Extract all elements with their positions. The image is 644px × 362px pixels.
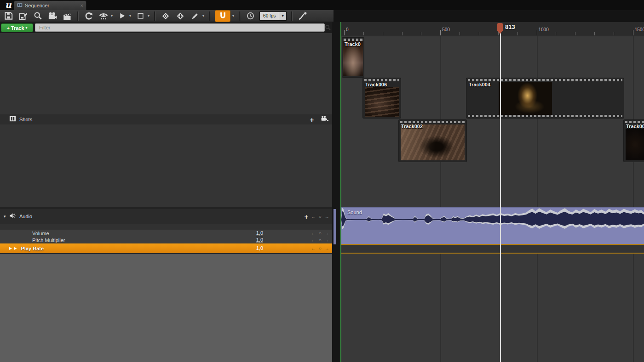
property-row-play-rate[interactable]: ▶ ▶Play Rate1,0← ○ → [0, 243, 332, 253]
add-audio-section-button[interactable]: + [302, 213, 311, 221]
ruler-tick [421, 32, 421, 35]
add-camera-button[interactable] [316, 115, 332, 124]
ruler-tick [402, 32, 402, 35]
film-holes-top [468, 79, 622, 81]
toolbar-separator [239, 11, 240, 21]
timeline-area[interactable]: 050010001500 Track0Track006Track004Track… [341, 22, 644, 362]
ruler-tick [575, 32, 575, 35]
save-button[interactable] [3, 11, 14, 21]
ruler-tick [460, 32, 460, 35]
filter-input[interactable] [35, 23, 325, 32]
ruler-tick [344, 30, 345, 35]
shot-clip-track0[interactable]: Track0 [342, 38, 364, 77]
toolbar-separator [291, 11, 293, 21]
clip-label: Track00 [626, 124, 644, 129]
time-ruler[interactable]: 050010001500 [341, 22, 644, 36]
ruler-tick [498, 32, 499, 35]
select-edit-options-caret[interactable]: ▾ [148, 14, 150, 18]
playback-options-button[interactable] [116, 11, 127, 21]
shot-clip-track00[interactable]: Track00 [624, 120, 644, 162]
add-shot-button[interactable]: + [307, 116, 316, 124]
toolbar: ▾ ▾ ▾ ▾ ▾ 60 fps ▼ [0, 10, 334, 22]
clip-thumbnail [401, 124, 465, 160]
ruler-tick [633, 30, 633, 35]
ruler-tick [518, 32, 518, 35]
playhead-frame-label: 813 [505, 23, 515, 30]
ruler-tick-label: 1000 [539, 27, 549, 32]
select-edit-options-button[interactable] [135, 11, 146, 21]
ruler-tick [537, 30, 537, 35]
property-label: Pitch Multiplier [32, 238, 256, 243]
timeline-gridline [633, 36, 634, 362]
audio-sound-clip[interactable]: Sound [341, 207, 644, 244]
curve-edit-options-caret[interactable]: ▾ [202, 14, 204, 18]
property-value[interactable]: 1,0 [256, 237, 263, 243]
property-row-pitch-multiplier[interactable]: Pitch Multiplier1,0← ○ → [0, 237, 332, 243]
snapping-toggle-button[interactable] [215, 10, 230, 22]
create-camera-button[interactable] [47, 11, 58, 21]
frame-rate-dropdown[interactable]: 60 fps ▼ [259, 11, 287, 21]
property-value[interactable]: 1,0 [256, 230, 263, 236]
time-options-button[interactable] [245, 11, 256, 21]
audio-track-color-bar [334, 209, 336, 244]
clip-thumbnail [499, 82, 552, 115]
ruler-tick-label: 1500 [635, 27, 644, 32]
frame-rate-caret-icon[interactable]: ▼ [279, 12, 286, 20]
tab-sequencer[interactable]: Sequencer × [14, 0, 86, 10]
clip-label: Track002 [401, 124, 423, 129]
curve-editor-button[interactable] [297, 11, 308, 21]
ruler-tick-label: 0 [346, 27, 349, 32]
property-keyframe-nav[interactable]: ← ○ → [311, 231, 329, 236]
shot-clip-track006[interactable]: Track006 [363, 78, 401, 118]
property-keyframe-nav[interactable]: ← ○ → [311, 246, 329, 251]
frame-rate-value[interactable]: 60 fps [260, 12, 279, 20]
add-track-caret-icon: ▾ [26, 26, 28, 30]
clip-thumbnail [626, 129, 644, 160]
playback-options-caret[interactable]: ▾ [129, 14, 131, 18]
magnet-icon [219, 12, 227, 20]
tab-close-icon[interactable]: × [80, 3, 83, 8]
track-row-audio[interactable]: ▾ Audio + ← ○ → [0, 209, 332, 224]
ruler-tick [440, 30, 441, 35]
clip-label: Track006 [365, 82, 387, 87]
clip-label: Track0 [345, 41, 361, 47]
timeline-gridline [440, 36, 441, 362]
property-value[interactable]: 1,0 [256, 245, 263, 251]
search-button[interactable] [32, 11, 43, 21]
film-holes-top [344, 39, 362, 41]
toolbar-separator [77, 11, 79, 21]
film-holes-top [625, 121, 644, 123]
audio-track-label: Audio [19, 214, 302, 219]
view-options-caret[interactable]: ▾ [111, 14, 113, 18]
property-row-volume[interactable]: Volume1,0← ○ → [0, 230, 332, 237]
sequencer-window: u Sequencer × ▾ [0, 0, 644, 362]
ruler-tick [383, 32, 383, 35]
key-all-button[interactable] [175, 11, 186, 21]
tab-sequencer-icon [17, 1, 23, 10]
sound-clip-label: Sound [347, 209, 362, 215]
track-row-shots[interactable]: Shots + [0, 114, 332, 124]
audio-keyframe-nav[interactable]: ← ○ → [311, 214, 329, 219]
audio-expander-icon[interactable]: ▾ [4, 214, 9, 219]
keyframe-button[interactable] [160, 11, 171, 21]
toolbar-separator [154, 11, 155, 21]
add-track-button[interactable]: + Track ▾ [1, 23, 33, 32]
play-rate-timeline-band[interactable] [341, 244, 644, 254]
property-label: Play Rate [21, 246, 256, 251]
ruler-tick-label: 500 [442, 27, 450, 32]
view-options-button[interactable] [98, 11, 109, 21]
playhead-line[interactable] [500, 28, 501, 362]
ruler-tick [556, 32, 556, 35]
shot-clip-track004[interactable]: Track004 [466, 78, 624, 118]
audio-gap [0, 224, 332, 230]
audio-properties: Volume1,0← ○ →Pitch Multiplier1,0← ○ →▶ … [0, 230, 332, 253]
film-holes-top [364, 79, 399, 81]
snapping-options-caret[interactable]: ▾ [232, 14, 234, 18]
reset-button[interactable] [83, 11, 94, 21]
curve-edit-options-button[interactable] [190, 11, 201, 21]
save-asset-button[interactable] [17, 11, 29, 21]
property-label: Volume [32, 231, 256, 236]
shot-clip-track002[interactable]: Track002 [399, 120, 466, 162]
render-movie-button[interactable] [62, 11, 73, 21]
property-keyframe-nav[interactable]: ← ○ → [311, 238, 329, 243]
